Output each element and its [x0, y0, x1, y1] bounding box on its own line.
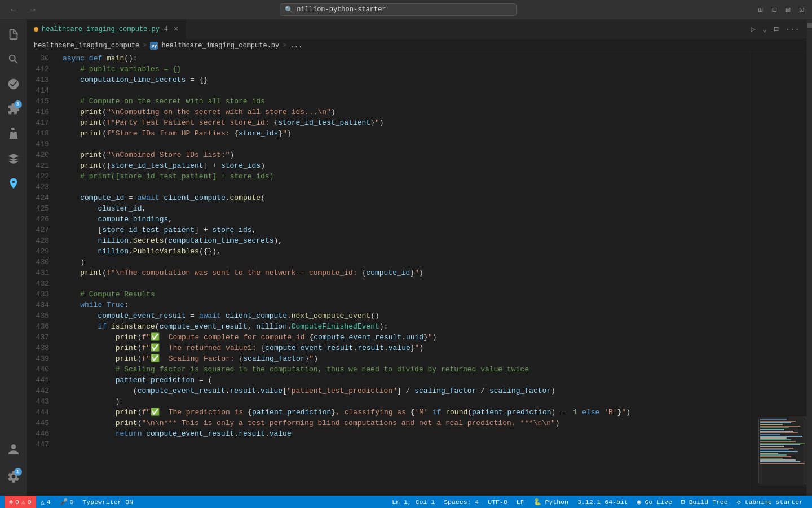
- more-actions-icon[interactable]: ···: [783, 24, 802, 35]
- activity-test[interactable]: [2, 122, 25, 145]
- status-version[interactable]: 3.12.1 64-bit: [573, 496, 633, 508]
- line-num-447: 447: [27, 439, 54, 450]
- breadcrumb-ellipsis[interactable]: ...: [290, 42, 302, 50]
- code-line-432: [58, 278, 750, 289]
- nav-buttons: ← →: [6, 3, 41, 16]
- line-num-440: 440: [27, 364, 54, 375]
- active-tab[interactable]: healthcare_imaging_compute.py 4 ×: [27, 20, 186, 39]
- status-problems[interactable]: △ 4: [36, 496, 55, 508]
- code-content[interactable]: async def main(): # public_variables = {…: [58, 52, 750, 496]
- warning-icon: ⚠: [21, 498, 25, 506]
- line-num-427: 427: [27, 225, 54, 235]
- line-num-444: 444: [27, 407, 54, 418]
- line-num-425: 425: [27, 203, 54, 214]
- code-line-418: print(f"Store IDs from HP Parties: {stor…: [58, 128, 750, 139]
- typewriter-label: Typewriter ON: [82, 498, 133, 506]
- status-errors[interactable]: ⊗ 0 ⚠ 0: [5, 496, 36, 508]
- status-typewriter[interactable]: Typewriter ON: [78, 496, 138, 508]
- line-num-413: 413: [27, 75, 54, 85]
- code-line-419: [58, 139, 750, 150]
- tab-dot: [34, 27, 38, 32]
- code-line-433: # Compute Results: [58, 289, 750, 300]
- status-go-live[interactable]: ◉ Go Live: [633, 496, 677, 508]
- tab-toolbar: ▷ ⌄ ⊟ ···: [744, 20, 806, 39]
- run-icon[interactable]: ▷: [748, 23, 757, 35]
- status-build-tree[interactable]: ⊟ Build Tree: [677, 496, 732, 508]
- status-position[interactable]: Ln 1, Col 1: [387, 496, 439, 508]
- error-icon: ⊗: [9, 498, 13, 506]
- line-num-419: 419: [27, 139, 54, 150]
- line-num-424: 424: [27, 192, 54, 203]
- problem-count: 4: [47, 498, 51, 506]
- code-line-446: return compute_event_result.result.value: [58, 428, 750, 439]
- mic-count: 0: [70, 498, 74, 506]
- code-line-420: print("\nCombined Store IDs list:"): [58, 150, 750, 160]
- layout-icon-1[interactable]: ⊞: [756, 4, 765, 16]
- status-python[interactable]: 🐍 Python: [529, 496, 573, 508]
- tab-number: 4: [164, 25, 168, 33]
- line-num-426: 426: [27, 214, 54, 225]
- editor-area: healthcare_imaging_compute.py 4 × ▷ ⌄ ⊟ …: [27, 20, 806, 496]
- status-bar: ⊗ 0 ⚠ 0 △ 4 🎤 0 Typewriter ON Ln 1, Col …: [0, 496, 812, 508]
- status-spaces[interactable]: Spaces: 4: [439, 496, 483, 508]
- line-numbers: 30 412 413 414 415 416 417 418 419 420 4…: [27, 52, 58, 496]
- code-editor: 30 412 413 414 415 416 417 418 419 420 4…: [27, 52, 806, 496]
- right-bar-item: [807, 23, 812, 28]
- breadcrumb-file[interactable]: healthcare_imaging_compute.py: [161, 42, 279, 50]
- code-line-438: print(f"✅ The returned value1: {compute_…: [58, 343, 750, 353]
- status-encoding[interactable]: UTF-8: [483, 496, 512, 508]
- line-num-442: 442: [27, 386, 54, 396]
- layout-icon-3[interactable]: ⊠: [783, 4, 792, 16]
- line-num-445: 445: [27, 418, 54, 428]
- python-file-icon: py: [150, 42, 158, 50]
- activity-files[interactable]: [2, 23, 25, 46]
- status-microphone[interactable]: 🎤 0: [55, 496, 78, 508]
- code-line-439: print(f"✅ Scaling Factor: {scaling_facto…: [58, 353, 750, 364]
- warning-count: 0: [28, 498, 32, 506]
- activity-search[interactable]: [2, 48, 25, 71]
- spaces-label: Spaces: 4: [444, 498, 479, 506]
- code-line-440: # Scaling factor is squared in the compu…: [58, 364, 750, 375]
- go-live-label: ◉ Go Live: [637, 498, 672, 506]
- code-line-412: # public_variables = {}: [58, 64, 750, 75]
- status-tabnine[interactable]: ◇ tabnine starter: [732, 496, 807, 508]
- code-line-429: nillion.PublicVariables({}),: [58, 246, 750, 257]
- tab-close-button[interactable]: ×: [174, 25, 178, 33]
- run-dropdown-icon[interactable]: ⌄: [760, 23, 769, 35]
- search-input[interactable]: [297, 6, 511, 14]
- layout-icon-4[interactable]: ⊡: [797, 4, 806, 16]
- nav-back-button[interactable]: ←: [6, 3, 21, 16]
- code-line-427: [store_id_test_patient] + store_ids,: [58, 225, 750, 235]
- breadcrumb-folder[interactable]: healthcare_imaging_compute: [34, 42, 139, 50]
- line-num-437: 437: [27, 332, 54, 343]
- nav-forward-button[interactable]: →: [25, 3, 41, 16]
- line-num-434: 434: [27, 300, 54, 310]
- activity-nillion[interactable]: [2, 147, 25, 170]
- line-num-428: 428: [27, 235, 54, 246]
- code-line-441: patient_prediction = (: [58, 375, 750, 386]
- activity-extensions[interactable]: 3: [2, 98, 25, 120]
- version-label: 3.12.1 64-bit: [577, 498, 628, 506]
- line-num-422: 422: [27, 171, 54, 182]
- line-num-416: 416: [27, 107, 54, 117]
- line-num-436: 436: [27, 321, 54, 332]
- line-num-421: 421: [27, 160, 54, 171]
- line-num-417: 417: [27, 117, 54, 128]
- split-editor-icon[interactable]: ⊟: [771, 23, 780, 35]
- search-bar[interactable]: 🔍: [280, 3, 517, 16]
- activity-settings[interactable]: 1: [2, 465, 25, 488]
- minimap-preview: [758, 417, 806, 484]
- activity-account[interactable]: [2, 438, 25, 461]
- code-line-425: cluster_id,: [58, 203, 750, 214]
- line-num-433: 433: [27, 289, 54, 300]
- activity-git[interactable]: [2, 73, 25, 95]
- activity-remote[interactable]: [2, 172, 25, 195]
- settings-badge: 1: [14, 468, 22, 476]
- code-line-413: computation_time_secrets = {}: [58, 75, 750, 85]
- layout-icon-2[interactable]: ⊟: [770, 4, 779, 16]
- line-num-446: 446: [27, 428, 54, 439]
- titlebar: ← → 🔍 ⊞ ⊟ ⊠ ⊡: [0, 0, 812, 20]
- status-line-ending[interactable]: LF: [512, 496, 529, 508]
- encoding-label: UTF-8: [488, 498, 508, 506]
- line-num-429: 429: [27, 246, 54, 257]
